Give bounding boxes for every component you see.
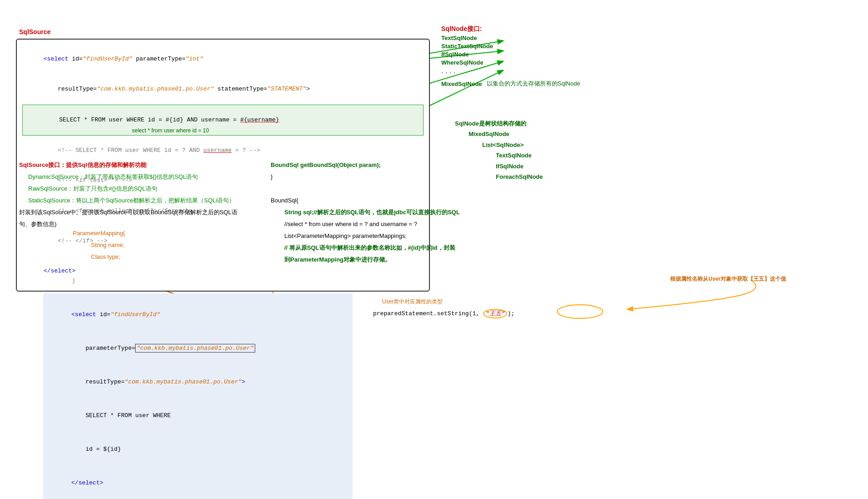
boundsql-method: BoundSql getBoundSql(Object param); (271, 159, 460, 171)
param-struct-open: ParameterMapping{ (73, 227, 125, 239)
bottom-sql-line5: id = ${id} (50, 433, 346, 466)
sql-line-1: <select id="findUserById" parameterType=… (22, 44, 424, 74)
bottom-sql-line2: parameterType="com.kkb.mybatis.phase01.p… (50, 332, 346, 365)
sqlnode-item-where: WhereSqlNode (441, 59, 580, 66)
tree-foreach: ForeachSqlNode (496, 171, 543, 182)
sqlsource-interface-section: SqlSource接口：提供Sql信息的存储和解析功能 DynamicSqlSo… (19, 159, 237, 230)
sqlsource-desc: 封装到该SqlSource中。提供该SqlSource可以获取BoundSql(… (19, 207, 237, 218)
sql-line-2: resultType="com.kkb.mybatis.phase01.po.U… (22, 74, 424, 104)
sqlnode-item-if: IfSqlNode (441, 51, 580, 58)
bottom-note: 根据属性名称从User对象中获取【王五】这个值 (670, 275, 786, 283)
boundsql-open: BoundSql{ (271, 195, 460, 207)
static-sqlsource-item: StaticSqlSource：将以上两个SqlSource都解析之后，把解析结… (28, 195, 237, 207)
dynamic-sqlsource-item: DynamicSqlSource：封装了带有动态标签获取${}信息的SQL语句 (28, 171, 237, 183)
bottom-sql-line1: <select id="findUserById" (50, 298, 346, 332)
bottom-sql-close: </select> (50, 466, 346, 499)
sqlnode-mixed-desc: 以集合的方式去存储所有的SqlNode (487, 80, 580, 88)
sqlnode-dots: · · · · (441, 69, 580, 77)
boundsql-comment-select: //select * from user where id = ? and us… (284, 218, 460, 230)
tree-list: List<SqlNode> (482, 140, 543, 150)
bottom-sql-line3: resultType="com.kkb.mybatis.phase01.po.U… (50, 365, 346, 399)
sqlnode-item-statictext: StaticTextSqlNode (441, 43, 580, 50)
sqlnode-title: SqlNode接口: (441, 25, 580, 33)
param-struct-close: } (73, 275, 125, 287)
boundsql-brace: } (271, 171, 460, 183)
tree-text: TextSqlNode (496, 150, 543, 161)
user-class-note: User类中对应属性的类型 (382, 298, 443, 306)
wang-wu-value: "王五" (483, 309, 508, 318)
boundsql-comment-param: // 将从原SQL语句中解析出来的参数名称比如，#(id)中的id，封装 (284, 242, 460, 254)
sqlsource-interface-title: SqlSource接口：提供Sql信息的存储和解析功能 (19, 159, 237, 171)
boundsql-section: BoundSql getBoundSql(Object param); } Bo… (271, 159, 460, 266)
raw-sqlsource-item: RawSqlSource：封装了只包含#{}信息的SQL语句 (28, 183, 237, 195)
prepared-statement: preparedStatement.setString(1, "王五"); (373, 309, 515, 318)
sqlsource-label: SqlSource (19, 28, 50, 35)
boundsql-field-sql: String sql;//解析之后的SQL语句，也就是jdbc可以直接执行的SQ… (284, 207, 460, 218)
parameter-mapping-section: ParameterMapping{ String name; Class typ… (73, 227, 125, 287)
sqlnode-mixed-label: MixedSqlNode (441, 81, 482, 87)
boundsql-comment-store: 到ParameterMapping对象中进行存储。 (284, 254, 460, 266)
query-note: select * from user where id = 10 (132, 127, 209, 134)
sqlnode-tree: SqlNode是树状结构存储的 MixedSqlNode List<SqlNod… (455, 118, 543, 182)
boundsql-field-list: List<ParameterMapping> parameterMappings… (284, 230, 460, 242)
tree-title: SqlNode是树状结构存储的 (455, 118, 543, 129)
sqlnode-item-text: TextSqlNode (441, 35, 580, 41)
tree-mixed: MixedSqlNode (469, 129, 543, 139)
sql-highlight-line: SELECT * FROM user WHERE id = #{id} AND … (22, 105, 424, 136)
bottom-sql-box: <select id="findUserById" parameterType=… (43, 293, 353, 499)
param-field-name: String name; (91, 239, 125, 251)
sqlnode-interface-section: SqlNode接口: TextSqlNode StaticTextSqlNode… (441, 25, 580, 88)
bottom-sql-line4: SELECT * FROM user WHERE (50, 399, 346, 433)
sqlsource-desc2: 句、参数信息) (19, 218, 237, 230)
tree-if: IfSqlNode (496, 161, 543, 171)
param-field-type: Class type; (91, 251, 125, 263)
